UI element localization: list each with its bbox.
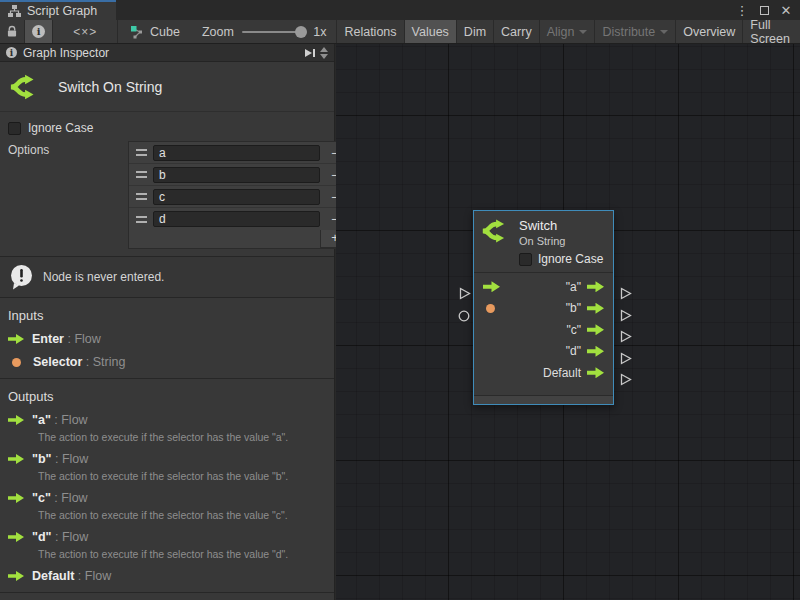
output-port-icon[interactable] <box>587 367 604 378</box>
zoom-slider-handle[interactable] <box>295 26 307 38</box>
dock-panel-icon[interactable] <box>304 48 316 58</box>
close-icon[interactable]: ✕ <box>778 2 794 18</box>
warning-box: Node is never entered. <box>0 256 334 298</box>
drag-handle-icon[interactable] <box>129 171 153 178</box>
port-type: Flow <box>85 569 111 583</box>
distribute-dropdown[interactable]: Distribute <box>594 20 675 43</box>
dim-button[interactable]: Dim <box>456 20 493 43</box>
code-preview-button[interactable]: <×> <box>53 20 117 43</box>
value-port-icon <box>12 358 21 367</box>
option-row: − <box>129 142 350 164</box>
window-menu-icon[interactable]: ⋮ <box>734 2 750 18</box>
port-sep: : <box>52 530 62 544</box>
port-description: The action to execute if the selector ha… <box>38 431 326 443</box>
panel-spinner[interactable] <box>320 47 328 59</box>
inspector-toggle-button[interactable]: i <box>25 20 52 43</box>
port-sep: : <box>74 569 84 583</box>
port-name: "a" <box>32 413 51 427</box>
graph-canvas[interactable]: Switch On String Ignore Case "a" "b" <box>336 44 800 600</box>
port-name: Selector <box>33 355 82 369</box>
port-sep: : <box>51 413 61 427</box>
outputs-section: Outputs "a" : Flow The action to execute… <box>0 379 334 583</box>
option-input[interactable] <box>153 145 320 161</box>
port-sep: : <box>82 355 92 369</box>
output-port-row: Default : Flow <box>8 569 326 583</box>
ignore-case-label: Ignore Case <box>28 121 93 135</box>
zoom-value: 1x <box>313 25 326 39</box>
switch-on-string-node[interactable]: Switch On String Ignore Case "a" "b" <box>473 210 614 405</box>
flow-arrow-icon <box>8 493 24 503</box>
node-port-row: Default <box>474 362 613 384</box>
ignore-case-row: Ignore Case <box>8 121 326 135</box>
ignore-case-label: Ignore Case <box>538 252 603 266</box>
enter-port-icon[interactable] <box>483 281 500 292</box>
spinner-up-icon[interactable] <box>320 47 328 52</box>
node-footer <box>474 395 613 404</box>
selector-port-icon[interactable] <box>486 304 495 313</box>
distribute-label: Distribute <box>602 25 655 39</box>
flow-arrow-icon <box>8 532 24 542</box>
ignore-case-checkbox[interactable] <box>519 253 532 266</box>
value-input-stub-icon[interactable] <box>457 309 470 322</box>
toolbar-toggles: Relations Values Dim Carry Align Distrib… <box>336 20 800 43</box>
port-type: Flow <box>74 332 100 346</box>
lock-button[interactable] <box>0 20 24 43</box>
inputs-header: Inputs <box>8 308 326 323</box>
options-footer: + <box>129 230 350 248</box>
switch-unit-icon <box>10 73 42 101</box>
node-port-row: "d" <box>474 341 613 363</box>
outputs-header: Outputs <box>8 389 326 404</box>
node-body: "a" "b" "c" "d" Default <box>474 272 613 395</box>
output-port-icon[interactable] <box>587 346 604 357</box>
output-port-label: "a" <box>566 280 581 294</box>
node-header[interactable]: Switch On String <box>474 211 613 251</box>
drag-handle-icon[interactable] <box>129 193 153 200</box>
option-input[interactable] <box>153 189 320 205</box>
node-port-row: "a" <box>474 276 613 298</box>
script-graph-asset-icon <box>130 25 144 39</box>
output-port-row: "a" : Flow <box>8 413 326 427</box>
node-port-row: "b" <box>474 298 613 320</box>
overview-button[interactable]: Overview <box>675 20 742 43</box>
option-input[interactable] <box>153 211 320 227</box>
section-divider <box>0 592 334 593</box>
node-port-row: "c" <box>474 319 613 341</box>
output-port-label: Default <box>543 366 581 380</box>
option-input[interactable] <box>153 167 320 183</box>
drag-handle-icon[interactable] <box>129 149 153 156</box>
output-port-label: "b" <box>566 301 581 315</box>
warning-text: Node is never entered. <box>43 270 164 284</box>
ignore-case-checkbox[interactable] <box>8 122 21 135</box>
port-type: Flow <box>61 491 87 505</box>
warning-bubble-icon <box>9 264 34 290</box>
align-dropdown[interactable]: Align <box>539 20 595 43</box>
maximize-icon[interactable] <box>756 2 772 18</box>
port-sep: : <box>52 452 62 466</box>
graph-inspector-titlebar: i Graph Inspector <box>0 44 334 62</box>
output-port-icon[interactable] <box>587 324 604 335</box>
flow-arrow-icon <box>8 415 24 425</box>
zoom-slider[interactable] <box>242 31 305 33</box>
flow-input-stub-icon[interactable] <box>458 287 471 300</box>
values-button[interactable]: Values <box>404 20 456 43</box>
carry-button[interactable]: Carry <box>493 20 539 43</box>
spinner-down-icon[interactable] <box>320 54 328 59</box>
output-port-row: "b" : Flow <box>8 452 326 466</box>
flow-output-stub-icon[interactable] <box>619 309 632 322</box>
port-name: "c" <box>32 491 51 505</box>
output-port-icon[interactable] <box>587 303 604 314</box>
flow-output-stub-icon[interactable] <box>619 330 632 343</box>
output-port-icon[interactable] <box>587 281 604 292</box>
flow-output-stub-icon[interactable] <box>619 352 632 365</box>
port-type: Flow <box>62 530 88 544</box>
tab-script-graph[interactable]: Script Graph <box>0 0 116 20</box>
options-label: Options <box>8 141 128 249</box>
full-screen-button[interactable]: Full Screen <box>742 20 800 43</box>
drag-handle-icon[interactable] <box>129 216 153 223</box>
flow-output-stub-icon[interactable] <box>619 373 632 386</box>
port-type: String <box>93 355 126 369</box>
chevron-down-icon <box>579 30 587 34</box>
graph-inspector-title: Graph Inspector <box>23 46 109 60</box>
relations-button[interactable]: Relations <box>336 20 403 43</box>
flow-output-stub-icon[interactable] <box>619 287 632 300</box>
